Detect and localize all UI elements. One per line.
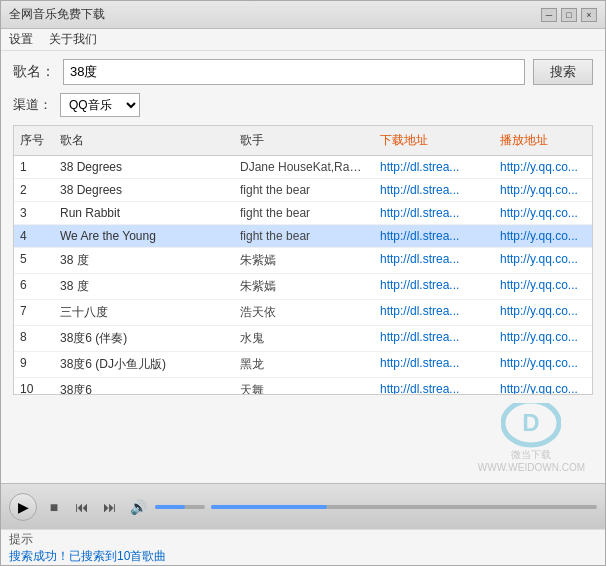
- cell-download[interactable]: http://dl.strea...: [374, 352, 494, 377]
- window-title: 全网音乐免费下载: [9, 6, 105, 23]
- watermark: D 微当下载 WWW.WEIDOWN.COM: [478, 403, 585, 473]
- player-bar: ▶ ■ ⏮ ⏭ 🔊: [1, 483, 605, 529]
- cell-artist: 朱紫嫣: [234, 274, 374, 299]
- watermark-area: D 微当下载 WWW.WEIDOWN.COM: [1, 403, 605, 483]
- cell-artist: 朱紫嫣: [234, 248, 374, 273]
- cell-song: 三十八度: [54, 300, 234, 325]
- cell-song: 38度6: [54, 378, 234, 395]
- cell-num: 6: [14, 274, 54, 299]
- minimize-button[interactable]: ─: [541, 8, 557, 22]
- cell-play[interactable]: http://y.qq.co...: [494, 248, 592, 273]
- cell-play[interactable]: http://y.qq.co...: [494, 274, 592, 299]
- col-song: 歌名: [54, 130, 234, 151]
- cell-num: 4: [14, 225, 54, 247]
- cell-download[interactable]: http://dl.strea...: [374, 225, 494, 247]
- cell-download[interactable]: http://dl.strea...: [374, 274, 494, 299]
- stop-button[interactable]: ■: [43, 496, 65, 518]
- cell-num: 2: [14, 179, 54, 201]
- table-row[interactable]: 6 38 度 朱紫嫣 http://dl.strea... http://y.q…: [14, 274, 592, 300]
- cell-download[interactable]: http://dl.strea...: [374, 326, 494, 351]
- window-controls: ─ □ ×: [541, 8, 597, 22]
- results-table: 序号 歌名 歌手 下载地址 播放地址 1 38 Degrees DJane Ho…: [13, 125, 593, 395]
- volume-button[interactable]: 🔊: [127, 496, 149, 518]
- search-row: 歌名： 搜索: [13, 59, 593, 85]
- status-hint: 提示: [9, 531, 597, 548]
- col-play: 播放地址: [494, 130, 593, 151]
- progress-fill: [211, 505, 327, 509]
- volume-fill: [155, 505, 185, 509]
- watermark-logo-svg: D: [501, 403, 561, 448]
- progress-bar[interactable]: [211, 505, 597, 509]
- svg-text:D: D: [523, 409, 540, 436]
- cell-artist: DJane HouseKat,Ram...: [234, 156, 374, 178]
- menu-about[interactable]: 关于我们: [49, 31, 97, 48]
- cell-num: 8: [14, 326, 54, 351]
- cell-download[interactable]: http://dl.strea...: [374, 300, 494, 325]
- cell-download[interactable]: http://dl.strea...: [374, 179, 494, 201]
- cell-num: 7: [14, 300, 54, 325]
- menu-settings[interactable]: 设置: [9, 31, 33, 48]
- close-button[interactable]: ×: [581, 8, 597, 22]
- cell-song: 38度6 (DJ小鱼儿版): [54, 352, 234, 377]
- cell-play[interactable]: http://y.qq.co...: [494, 156, 592, 178]
- status-bar: 提示 搜索成功！已搜索到10首歌曲: [1, 529, 605, 565]
- cell-download[interactable]: http://dl.strea...: [374, 202, 494, 224]
- cell-num: 10: [14, 378, 54, 395]
- cell-artist: fight the bear: [234, 202, 374, 224]
- next-button[interactable]: ⏭: [99, 496, 121, 518]
- table-row[interactable]: 8 38度6 (伴奏) 水鬼 http://dl.strea... http:/…: [14, 326, 592, 352]
- table-row[interactable]: 3 Run Rabbit fight the bear http://dl.st…: [14, 202, 592, 225]
- cell-num: 5: [14, 248, 54, 273]
- table-row[interactable]: 2 38 Degrees fight the bear http://dl.st…: [14, 179, 592, 202]
- cell-play[interactable]: http://y.qq.co...: [494, 352, 592, 377]
- table-row[interactable]: 1 38 Degrees DJane HouseKat,Ram... http:…: [14, 156, 592, 179]
- cell-artist: fight the bear: [234, 225, 374, 247]
- watermark-site: WWW.WEIDOWN.COM: [478, 462, 585, 473]
- search-label: 歌名：: [13, 63, 55, 81]
- cell-download[interactable]: http://dl.strea...: [374, 248, 494, 273]
- table-row[interactable]: 4 We Are the Young fight the bear http:/…: [14, 225, 592, 248]
- cell-play[interactable]: http://y.qq.co...: [494, 300, 592, 325]
- cell-artist: fight the bear: [234, 179, 374, 201]
- cell-download[interactable]: http://dl.strea...: [374, 156, 494, 178]
- col-download: 下载地址: [374, 130, 494, 151]
- cell-play[interactable]: http://y.qq.co...: [494, 378, 592, 395]
- title-bar: 全网音乐免费下载 ─ □ ×: [1, 1, 605, 29]
- cell-song: We Are the Young: [54, 225, 234, 247]
- play-button[interactable]: ▶: [9, 493, 37, 521]
- cell-play[interactable]: http://y.qq.co...: [494, 326, 592, 351]
- search-button[interactable]: 搜索: [533, 59, 593, 85]
- cell-song: 38 Degrees: [54, 156, 234, 178]
- cell-num: 9: [14, 352, 54, 377]
- table-row[interactable]: 7 三十八度 浩天依 http://dl.strea... http://y.q…: [14, 300, 592, 326]
- search-input[interactable]: [63, 59, 525, 85]
- cell-song: Run Rabbit: [54, 202, 234, 224]
- cell-artist: 天舞: [234, 378, 374, 395]
- table-row[interactable]: 5 38 度 朱紫嫣 http://dl.strea... http://y.q…: [14, 248, 592, 274]
- watermark-label: 微当下载: [511, 448, 551, 462]
- channel-select[interactable]: QQ音乐: [60, 93, 140, 117]
- maximize-button[interactable]: □: [561, 8, 577, 22]
- status-message: 搜索成功！已搜索到10首歌曲: [9, 548, 597, 565]
- channel-label: 渠道：: [13, 96, 52, 114]
- table-row[interactable]: 9 38度6 (DJ小鱼儿版) 黑龙 http://dl.strea... ht…: [14, 352, 592, 378]
- cell-play[interactable]: http://y.qq.co...: [494, 202, 592, 224]
- cell-song: 38 度: [54, 248, 234, 273]
- content-area: 歌名： 搜索 渠道： QQ音乐 序号 歌名 歌手 下载地址 播放地址 1 38 …: [1, 51, 605, 403]
- volume-slider[interactable]: [155, 505, 205, 509]
- col-num: 序号: [14, 130, 54, 151]
- cell-song: 38 Degrees: [54, 179, 234, 201]
- table-row[interactable]: 10 38度6 天舞 http://dl.strea... http://y.q…: [14, 378, 592, 395]
- cell-artist: 浩天依: [234, 300, 374, 325]
- col-artist: 歌手: [234, 130, 374, 151]
- cell-play[interactable]: http://y.qq.co...: [494, 179, 592, 201]
- prev-button[interactable]: ⏮: [71, 496, 93, 518]
- cell-num: 3: [14, 202, 54, 224]
- menu-bar: 设置 关于我们: [1, 29, 605, 51]
- cell-download[interactable]: http://dl.strea...: [374, 378, 494, 395]
- table-body: 1 38 Degrees DJane HouseKat,Ram... http:…: [14, 156, 592, 395]
- cell-song: 38 度: [54, 274, 234, 299]
- cell-play[interactable]: http://y.qq.co...: [494, 225, 592, 247]
- cell-artist: 黑龙: [234, 352, 374, 377]
- cell-song: 38度6 (伴奏): [54, 326, 234, 351]
